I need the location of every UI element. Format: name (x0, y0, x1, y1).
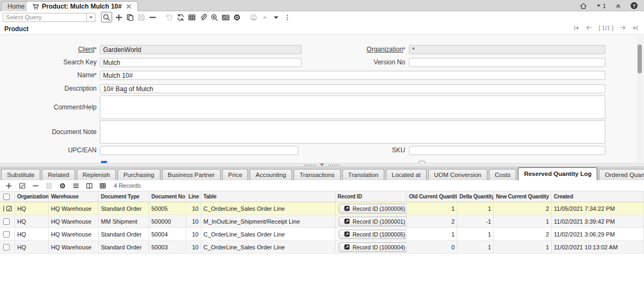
cell-old-qty: 2 (407, 215, 457, 227)
tab-translation[interactable]: Translation (342, 169, 384, 180)
col-old-current-quantity[interactable]: Old Current Quantity (407, 191, 457, 202)
new-record-button[interactable] (113, 12, 125, 23)
sku-field[interactable] (409, 146, 605, 155)
cell-document-no: 50003 (149, 241, 186, 253)
col-organization[interactable]: Organization (15, 191, 49, 202)
record-count: 4 Records (114, 182, 141, 189)
col-new-current-quantity[interactable]: New Current Quantity (494, 191, 552, 202)
comment-help-label: Comment/Help (0, 103, 97, 112)
refresh-button[interactable] (175, 12, 186, 23)
name-field[interactable] (100, 71, 605, 80)
cell-document-no: 50005 (149, 202, 186, 215)
more-options-kebab-icon[interactable] (282, 12, 293, 23)
cell-table: M_InOutLine_Shipment/Receipt Line (201, 215, 335, 227)
upc-ean-field[interactable] (100, 146, 298, 155)
reserved-quantity-log-grid: Organization Warehouse Document Type Doc… (0, 191, 644, 254)
tab-business-partner[interactable]: Business Partner (162, 169, 221, 180)
window-selector[interactable]: 1 (596, 3, 606, 9)
form-scrollbar-thumb[interactable] (638, 45, 642, 73)
record-id-label: Record ID (1000005) (353, 231, 405, 238)
row-select-checkbox[interactable] (3, 244, 10, 250)
record-id-button[interactable]: Record ID (1000006) (339, 204, 407, 213)
detail-quick-form-icon[interactable] (71, 181, 80, 190)
find-record-button[interactable] (101, 12, 112, 23)
tab-purchasing[interactable]: Purchasing (118, 169, 160, 180)
header-select-all[interactable] (0, 191, 15, 202)
attachment-button[interactable] (197, 12, 209, 23)
detail-process-gear-button[interactable] (58, 181, 67, 190)
tab-product[interactable]: Product: Mulch Mulch 10# (26, 1, 138, 11)
col-document-type[interactable]: Document Type (99, 191, 149, 202)
form-scrollbar-track[interactable] (637, 36, 643, 163)
tab-substitute[interactable]: Substitute (1, 169, 40, 180)
cell-line: 10 (186, 215, 201, 227)
detail-split-panel-icon[interactable] (85, 181, 93, 190)
client-label[interactable]: Client* (0, 45, 97, 54)
tab-transactions[interactable]: Transactions (294, 169, 340, 180)
tab-costs[interactable]: Costs (489, 169, 516, 180)
home-icon[interactable] (580, 2, 587, 10)
detail-grid-view-icon[interactable] (98, 181, 107, 190)
close-tab-icon[interactable] (126, 4, 131, 9)
tab-located-at[interactable]: Located at (386, 169, 427, 180)
tab-replenish[interactable]: Replenish (77, 169, 116, 180)
table-row[interactable]: HQ HQ Warehouse Standard Order 50005 10 … (0, 202, 644, 215)
client-field[interactable] (100, 45, 302, 54)
splitter-collapse-icon[interactable] (320, 164, 324, 166)
table-row[interactable]: HQ HQ Warehouse Standard Order 50003 10 … (0, 241, 644, 254)
tab-reserved-quantity-log[interactable]: Reserved Quantity Log (518, 167, 597, 180)
select-all-checkbox[interactable] (3, 194, 10, 200)
col-delta-quantity[interactable]: Delta Quantity (457, 191, 494, 202)
col-created[interactable]: Created (552, 191, 644, 202)
table-row[interactable]: HQ HQ Warehouse Standard Order 50004 10 … (0, 228, 644, 241)
collapse-header-icon[interactable] (615, 3, 621, 9)
tab-uom-conversion[interactable]: UOM Conversion (428, 169, 487, 180)
cell-warehouse: HQ Warehouse (49, 215, 99, 227)
record-id-label: Record ID (1000001) (353, 218, 405, 225)
detail-delete-button[interactable] (31, 181, 40, 190)
col-record-id[interactable]: Record ID (335, 191, 407, 202)
detail-new-button[interactable] (4, 181, 13, 190)
record-id-button[interactable]: Record ID (1000005) (339, 230, 407, 239)
process-gear-button[interactable] (231, 12, 243, 23)
row-select-checkbox[interactable] (3, 205, 4, 212)
delete-record-button[interactable] (147, 12, 158, 23)
version-no-field[interactable] (409, 58, 605, 67)
help-icon[interactable]: ? (631, 2, 638, 9)
record-id-button[interactable]: Record ID (1000001) (339, 217, 407, 226)
first-record-icon[interactable] (573, 25, 580, 31)
document-note-field[interactable] (100, 120, 605, 144)
record-id-button[interactable]: Record ID (1000004) (339, 242, 407, 252)
zoom-button[interactable] (209, 12, 220, 23)
panel-splitter[interactable] (0, 163, 644, 167)
last-record-icon[interactable] (632, 25, 639, 31)
table-row[interactable]: HQ HQ Warehouse MM Shipment 500000 10 M_… (0, 215, 644, 228)
col-document-no[interactable]: Document No (149, 191, 186, 202)
organization-field[interactable] (409, 45, 605, 54)
organization-label[interactable]: Organization* (298, 45, 405, 54)
edit-row-icon[interactable] (6, 205, 12, 212)
comment-help-field[interactable] (100, 95, 605, 119)
cell-new-qty: 1 (494, 215, 552, 227)
col-line[interactable]: Line (186, 191, 201, 202)
tab-ordered-quantity-log[interactable]: Ordered Quantity Log (599, 169, 644, 180)
select-query-dropdown-icon[interactable] (86, 13, 95, 21)
tab-accounting[interactable]: Accounting (250, 169, 292, 180)
col-table[interactable]: Table (201, 191, 335, 202)
tab-related[interactable]: Related (42, 169, 75, 180)
grid-toggle-button[interactable] (186, 12, 197, 23)
col-warehouse[interactable]: Warehouse (49, 191, 99, 202)
detail-edit-button[interactable] (18, 181, 26, 190)
next-record-icon[interactable] (619, 24, 626, 31)
select-query-combobox[interactable]: Select Query (3, 13, 96, 22)
previous-record-icon[interactable] (586, 24, 592, 31)
copy-record-button[interactable] (125, 12, 136, 23)
row-select-checkbox[interactable] (3, 231, 10, 238)
row-select-checkbox[interactable] (3, 218, 10, 225)
description-field[interactable] (100, 84, 605, 93)
select-query-value[interactable]: Select Query (3, 14, 86, 20)
scroll-down-button[interactable] (270, 12, 282, 23)
record-info-button[interactable] (220, 12, 231, 23)
search-key-field[interactable] (100, 58, 302, 67)
tab-price[interactable]: Price (222, 169, 248, 180)
